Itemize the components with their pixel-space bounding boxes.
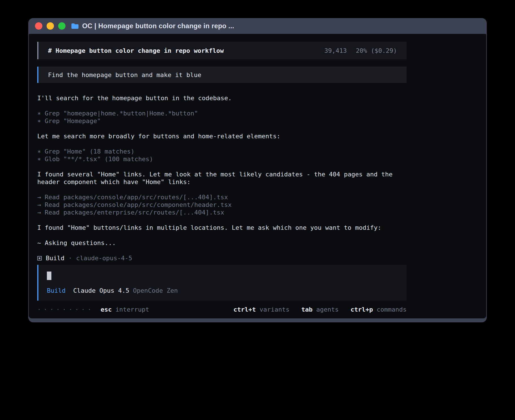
- session-header: # Homepage button color change in repo w…: [37, 42, 407, 59]
- shortcut-variants: ctrl+t variants: [234, 306, 289, 313]
- input-provider-label: OpenCode Zen: [133, 287, 178, 294]
- tool-call: → Read packages/console/app/src/componen…: [37, 201, 407, 209]
- tool-call: → Read packages/console/app/src/routes/[…: [37, 193, 407, 201]
- tool-call-text: Read packages/console/app/src/routes/[..…: [45, 193, 228, 201]
- tool-call: → Read packages/enterprise/src/routes/[.…: [37, 209, 407, 216]
- tool-bullet-icon: ∗: [37, 148, 41, 155]
- terminal-window: OC | Homepage button color change in rep…: [28, 18, 487, 322]
- tool-call-group: ∗ Grep "Home" (18 matches) ∗ Glob "**/*.…: [37, 148, 407, 163]
- tool-call-group: → Read packages/console/app/src/routes/[…: [37, 193, 407, 216]
- tool-bullet-icon: ∗: [37, 110, 41, 117]
- activity-status: ~ Asking questions...: [37, 239, 407, 247]
- assistant-message: Let me search more broadly for buttons a…: [37, 132, 407, 140]
- traffic-lights: [35, 22, 66, 30]
- separator-dot: ·: [68, 254, 72, 262]
- text-cursor-icon: [47, 272, 51, 280]
- tool-call-text: Grep "homepage|home.*button|Home.*button…: [45, 110, 198, 117]
- shortcut-key: tab: [301, 306, 313, 313]
- agent-icon: [37, 256, 42, 261]
- read-arrow-icon: →: [37, 201, 41, 209]
- input-agent-label: Build: [47, 287, 66, 294]
- read-arrow-icon: →: [37, 193, 41, 201]
- folder-icon: [71, 23, 79, 29]
- tool-call-text: Read packages/enterprise/src/routes/[...…: [45, 209, 224, 216]
- agent-status-row: Build · claude-opus-4-5: [37, 254, 407, 262]
- tool-call: ∗ Grep "homepage|home.*button|Home.*butt…: [37, 110, 407, 117]
- tool-call-text: Read packages/console/app/src/component/…: [45, 201, 232, 209]
- user-message-text: Find the homepage button and make it blu…: [48, 71, 201, 79]
- shortcut-key: ctrl+p: [351, 306, 373, 313]
- agent-model: claude-opus-4-5: [76, 254, 132, 262]
- minimize-button[interactable]: [47, 22, 54, 30]
- input-footer: Build Claude Opus 4.5 OpenCode Zen: [47, 287, 398, 294]
- tool-call-text: Glob "**/*.tsx" (100 matches): [45, 155, 153, 163]
- shortcut-commands: ctrl+p commands: [351, 306, 407, 313]
- window-titlebar: OC | Homepage button color change in rep…: [29, 18, 486, 34]
- assistant-text: I'll search for the homepage button in t…: [37, 94, 407, 102]
- shortcut-label: agents: [316, 306, 339, 313]
- tool-call-text: Grep "Home" (18 matches): [45, 148, 134, 155]
- status-bar-left: ········· esc interrupt: [37, 306, 149, 313]
- tool-call: ∗ Grep "Home" (18 matches): [37, 148, 407, 155]
- conversation: I'll search for the homepage button in t…: [37, 94, 407, 265]
- prompt-input[interactable]: Build Claude Opus 4.5 OpenCode Zen: [37, 265, 407, 301]
- assistant-text: I found several "Home" links. Let me loo…: [37, 170, 407, 186]
- assistant-message: I'll search for the homepage button in t…: [37, 94, 407, 102]
- tool-call: ∗ Glob "**/*.tsx" (100 matches): [37, 155, 407, 163]
- zoom-button[interactable]: [58, 22, 66, 30]
- tool-call: ∗ Grep "Homepage": [37, 117, 407, 125]
- shortcut-label: commands: [377, 306, 407, 313]
- activity-status-text: ~ Asking questions...: [37, 239, 407, 247]
- token-count: 39,413: [324, 47, 347, 54]
- status-bar-right: ctrl+t variants tab agents ctrl+p comman…: [234, 306, 407, 313]
- assistant-text: Let me search more broadly for buttons a…: [37, 132, 407, 140]
- read-arrow-icon: →: [37, 209, 41, 216]
- tool-call-group: ∗ Grep "homepage|home.*button|Home.*butt…: [37, 110, 407, 125]
- shortcut-key: ctrl+t: [234, 306, 256, 313]
- tool-bullet-icon: ∗: [37, 155, 41, 163]
- session-title: # Homepage button color change in repo w…: [48, 47, 224, 54]
- shortcut-interrupt: esc interrupt: [101, 306, 149, 313]
- terminal-content: # Homepage button color change in repo w…: [29, 34, 486, 318]
- shortcut-agents: tab agents: [301, 306, 339, 313]
- window-title: OC | Homepage button color change in rep…: [82, 22, 234, 30]
- shortcut-label: interrupt: [115, 306, 149, 313]
- context-cost: 20% ($0.29): [356, 47, 397, 54]
- tool-bullet-icon: ∗: [37, 117, 41, 125]
- assistant-message: I found "Home" buttons/links in multiple…: [37, 224, 407, 231]
- status-bar: ········· esc interrupt ctrl+t variants …: [37, 306, 407, 313]
- input-model-label: Claude Opus 4.5: [73, 287, 129, 294]
- tool-call-text: Grep "Homepage": [45, 117, 101, 125]
- session-stats: 39,413 20% ($0.29): [324, 47, 397, 54]
- close-button[interactable]: [35, 22, 42, 30]
- spinner-dots-icon: ·········: [37, 306, 94, 313]
- user-message: Find the homepage button and make it blu…: [37, 67, 407, 83]
- assistant-text: I found "Home" buttons/links in multiple…: [37, 224, 407, 231]
- shortcut-label: variants: [259, 306, 289, 313]
- assistant-message: I found several "Home" links. Let me loo…: [37, 170, 407, 186]
- shortcut-key: esc: [101, 306, 112, 313]
- agent-name: Build: [46, 254, 64, 262]
